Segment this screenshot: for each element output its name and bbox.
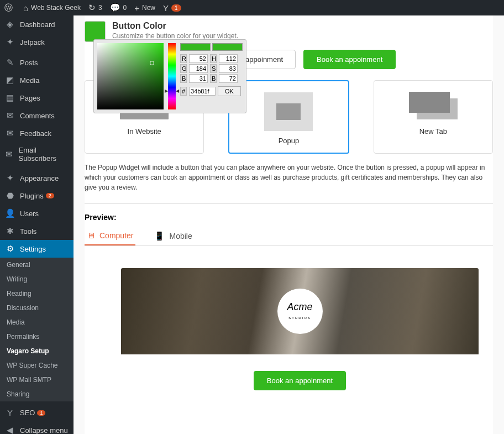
- new-content-link[interactable]: +New: [134, 3, 155, 13]
- s-label: S: [210, 64, 217, 73]
- collapse-menu[interactable]: ◀Collapse menu: [0, 421, 74, 434]
- sidebar-item-appearance[interactable]: ✦Appearance: [0, 169, 74, 187]
- b-input[interactable]: [189, 74, 208, 83]
- card-new-tab[interactable]: New Tab: [374, 80, 493, 154]
- menu-label: Appearance: [20, 174, 59, 182]
- color-preview-new: [180, 43, 211, 51]
- sidebar-item-comments[interactable]: ✉Comments: [0, 107, 74, 124]
- sidebar-item-seo[interactable]: YSEO1: [0, 404, 74, 421]
- hue-slider[interactable]: ▶◀: [168, 43, 176, 109]
- admin-sidebar: ◈Dashboard✦Jetpack✎Posts◩Media▤Pages✉Com…: [0, 15, 74, 434]
- comment-icon: 💬: [110, 3, 120, 13]
- submenu-item-media[interactable]: Media: [0, 315, 74, 330]
- submenu-item-vagaro-setup[interactable]: Vagaro Setup: [0, 344, 74, 358]
- ok-button[interactable]: OK: [218, 86, 241, 96]
- color-gradient-area[interactable]: [97, 43, 164, 109]
- menu-icon: ✉: [4, 128, 15, 138]
- color-picker: ▶◀ RH GS BB #OK: [93, 39, 246, 113]
- preview-hero-image: AcmeSTUDIOS: [121, 268, 479, 354]
- yoast-badge: 1: [171, 4, 181, 12]
- wp-logo[interactable]: ⓦ: [4, 3, 15, 13]
- sidebar-item-jetpack[interactable]: ✦Jetpack: [0, 33, 74, 51]
- seo-icon: Y: [4, 408, 15, 417]
- preview-label: Preview:: [85, 213, 493, 222]
- b-label: B: [180, 74, 187, 83]
- menu-label: Users: [20, 210, 39, 218]
- sidebar-item-feedback[interactable]: ✉Feedback: [0, 124, 74, 142]
- s-input[interactable]: [219, 64, 238, 73]
- section-desc: Customize the button color for your widg…: [112, 32, 238, 40]
- card-label: In Website: [91, 127, 198, 135]
- menu-icon: ⬣: [4, 191, 15, 201]
- hex-label: #: [180, 87, 187, 96]
- updates-link[interactable]: ↻3: [88, 3, 102, 13]
- sidebar-item-plugins[interactable]: ⬣Plugins2: [0, 187, 74, 205]
- comments-link[interactable]: 💬0: [110, 3, 127, 13]
- v-label: B: [210, 74, 217, 83]
- submenu-item-discussion[interactable]: Discussion: [0, 301, 74, 315]
- color-preview-old: [212, 43, 243, 51]
- menu-icon: ✦: [4, 173, 15, 183]
- card-label: New Tab: [380, 127, 487, 135]
- menu-icon: ⚙: [4, 244, 15, 254]
- menu-label: Jetpack: [20, 38, 45, 46]
- sidebar-item-tools[interactable]: ✱Tools: [0, 222, 74, 240]
- sidebar-item-media[interactable]: ◩Media: [0, 71, 74, 89]
- submenu-item-wp-super-cache[interactable]: WP Super Cache: [0, 358, 74, 373]
- submenu-item-wp-mail-smtp[interactable]: WP Mail SMTP: [0, 373, 74, 387]
- sidebar-item-posts[interactable]: ✎Posts: [0, 54, 74, 71]
- updates-count: 3: [98, 4, 102, 12]
- collapse-icon: ◀: [4, 425, 15, 434]
- sidebar-item-email-subscribers[interactable]: ✉Email Subscribers: [0, 142, 74, 166]
- menu-label: Plugins: [20, 192, 44, 200]
- submenu-item-reading[interactable]: Reading: [0, 286, 74, 301]
- update-badge: 2: [46, 193, 54, 198]
- hex-input[interactable]: [189, 87, 216, 96]
- tab-computer[interactable]: 🖥Computer: [85, 227, 135, 245]
- submenu-item-writing[interactable]: Writing: [0, 272, 74, 286]
- plus-icon: +: [134, 3, 139, 13]
- menu-icon: ◩: [4, 75, 15, 85]
- submenu-item-sharing[interactable]: Sharing: [0, 387, 74, 401]
- menu-label: Feedback: [20, 129, 51, 138]
- collapse-label: Collapse menu: [20, 426, 68, 435]
- preview-book-button[interactable]: Book an appoinment: [254, 371, 346, 390]
- g-input[interactable]: [189, 64, 208, 73]
- divider: [85, 203, 493, 204]
- newtab-icon: [409, 92, 458, 119]
- comments-count: 0: [123, 4, 127, 12]
- r-label: R: [180, 54, 187, 63]
- color-cursor[interactable]: [150, 61, 154, 65]
- seo-badge: 1: [37, 410, 45, 416]
- yoast-icon: Y: [163, 3, 169, 13]
- card-popup[interactable]: Popup: [228, 80, 349, 154]
- sidebar-item-dashboard[interactable]: ◈Dashboard: [0, 15, 74, 33]
- r-input[interactable]: [189, 54, 208, 63]
- mobile-icon: 📱: [154, 231, 165, 241]
- tab-mobile[interactable]: 📱Mobile: [152, 227, 194, 245]
- menu-label: Comments: [20, 112, 55, 120]
- v-input[interactable]: [219, 74, 238, 83]
- sidebar-item-users[interactable]: 👤Users: [0, 205, 74, 222]
- menu-icon: ✦: [4, 37, 15, 47]
- settings-submenu: GeneralWritingReadingDiscussionMediaPerm…: [0, 258, 74, 401]
- submenu-item-general[interactable]: General: [0, 258, 74, 272]
- section-title: Button Color: [112, 21, 238, 31]
- site-home-link[interactable]: ⌂Web Stack Geek: [23, 3, 81, 13]
- menu-label: Dashboard: [20, 20, 55, 29]
- menu-icon: ▤: [4, 93, 15, 103]
- card-label: Popup: [235, 137, 342, 145]
- popup-icon: [264, 92, 313, 131]
- submenu-item-permalinks[interactable]: Permalinks: [0, 330, 74, 344]
- yoast-link[interactable]: Y1: [163, 3, 181, 13]
- sidebar-item-settings[interactable]: ⚙Settings: [0, 240, 74, 258]
- h-input[interactable]: [219, 54, 238, 63]
- menu-icon: ✎: [4, 57, 15, 67]
- wordpress-icon: ⓦ: [4, 3, 13, 13]
- h-label: H: [210, 54, 217, 63]
- preview-tabs: 🖥Computer 📱Mobile: [85, 227, 493, 246]
- home-icon: ⌂: [23, 3, 28, 13]
- g-label: G: [180, 64, 187, 73]
- button-preview-solid[interactable]: Book an appoinment: [303, 50, 396, 69]
- sidebar-item-pages[interactable]: ▤Pages: [0, 89, 74, 107]
